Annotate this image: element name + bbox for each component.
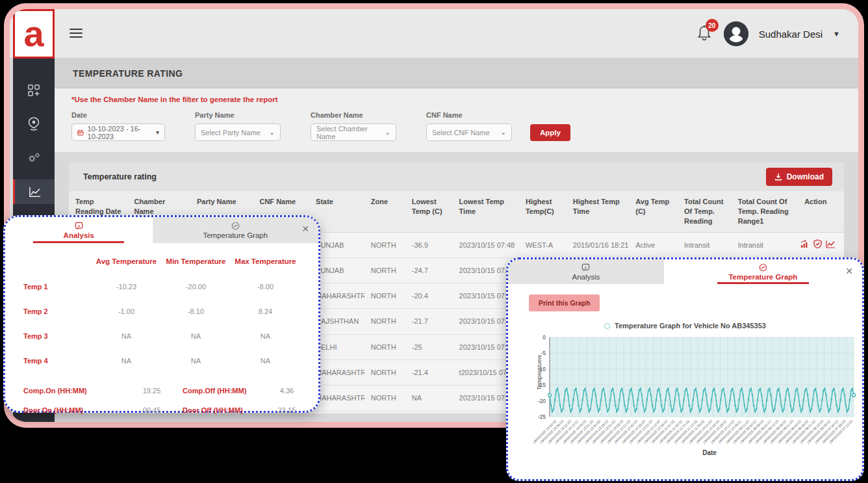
- analysis-value: -1.00: [92, 299, 161, 324]
- table-cell: -21.7: [405, 309, 453, 333]
- chevron-down-icon: ▾: [151, 129, 159, 136]
- print-graph-button[interactable]: Print this Graph: [529, 294, 600, 311]
- download-button[interactable]: Download: [766, 168, 832, 186]
- stat-value: 00.45: [121, 400, 183, 420]
- column-header: Zone: [364, 191, 405, 232]
- column-header: Highest Temp Time: [567, 191, 629, 232]
- bar-chart-icon[interactable]: [800, 239, 810, 251]
- table-cell: NORTH: [364, 233, 405, 257]
- tab-temperature-graph[interactable]: Temperature Graph: [664, 259, 862, 284]
- analysis-value: NA: [231, 324, 300, 348]
- tab-temperature-graph[interactable]: Temperature Graph: [153, 217, 318, 243]
- graph-link-icon: [759, 263, 767, 272]
- column-header: Total Count Of Temp. Reading Range1: [732, 191, 798, 232]
- table-cell: NORTH: [364, 335, 405, 359]
- avatar[interactable]: [724, 21, 748, 46]
- table-cell: NORTH: [364, 385, 405, 410]
- stat-label: Door Off (HH:MM): [183, 400, 274, 420]
- cnf-label: CNF Name: [426, 111, 512, 119]
- date-range-picker[interactable]: 10-10-2023 - 16-10-2023 ▾: [71, 124, 165, 141]
- card-title: Temperature rating: [83, 172, 157, 181]
- page-title: TEMPERATURE RATING: [55, 59, 858, 88]
- temperature-chart: Temperatuew Date 0-5-10-15-20-2519/06/20…: [508, 333, 862, 461]
- column-header: Total Count Of Temp. Reading: [678, 191, 732, 232]
- stat-value: 23.15: [274, 400, 300, 420]
- column-header: Highest Temp(C): [519, 191, 567, 232]
- stat-label: Door On (HH:MM): [23, 400, 121, 420]
- table-cell: -36.9: [405, 233, 453, 257]
- download-icon: [774, 173, 782, 181]
- x-axis-title: Date: [670, 449, 748, 456]
- party-label: Party Name: [195, 111, 281, 119]
- date-range-value: 10-10-2023 - 16-10-2023: [88, 125, 151, 140]
- close-icon[interactable]: ✕: [845, 266, 853, 276]
- legend-label: Temperature Graph for Vehicle No AB34535…: [615, 322, 766, 330]
- sidebar-item-location[interactable]: [13, 112, 55, 137]
- filter-note: *Use the Chamber Name in the filter to g…: [71, 96, 858, 103]
- table-cell: NORTH: [364, 360, 405, 385]
- reports-chart-icon: [29, 186, 42, 198]
- stat-value: 19.25: [121, 381, 183, 400]
- tab-analysis[interactable]: Analysis: [508, 259, 664, 284]
- action-cell: [798, 233, 844, 257]
- temperature-graph-panel: Analysis Temperature Graph ✕ Print this …: [506, 257, 864, 481]
- table-cell: WEST-A: [519, 233, 567, 257]
- analysis-value: 8.24: [231, 299, 300, 324]
- sidebar-item-settings[interactable]: [13, 146, 55, 170]
- tab-analysis[interactable]: Analysis: [5, 217, 153, 243]
- column-header: Avg Temp (C): [629, 191, 678, 232]
- dashboard-icon: [27, 84, 40, 97]
- analysis-value: NA: [92, 348, 161, 373]
- table-cell: NORTH: [364, 283, 405, 308]
- chamber-placeholder: Select Chamber Name: [316, 125, 380, 140]
- analysis-row-label: Temp 2: [23, 299, 92, 324]
- shield-check-icon[interactable]: [813, 239, 822, 251]
- location-icon: [28, 117, 40, 131]
- column-header: Lowest Temp Time: [453, 191, 519, 232]
- cnf-name-select[interactable]: Select CNF Name ⌄: [426, 124, 512, 141]
- analysis-value: NA: [161, 348, 231, 373]
- table-cell: Intransit: [732, 233, 798, 257]
- analysis-row-label: Temp 4: [23, 348, 92, 373]
- table-cell: 2023/10/15 07:48: [453, 233, 519, 257]
- analysis-value: -20.00: [161, 274, 231, 299]
- table-cell: -21.4: [405, 360, 453, 385]
- analysis-value: NA: [92, 324, 161, 348]
- apply-button[interactable]: Apply: [530, 124, 570, 141]
- analysis-value: NA: [161, 324, 231, 348]
- y-tick-label: -25: [524, 413, 546, 420]
- hamburger-icon[interactable]: [70, 29, 83, 39]
- y-tick-label: -20: [524, 398, 546, 404]
- y-tick-label: -15: [524, 382, 546, 388]
- user-name: Sudhakar Desi: [759, 29, 823, 40]
- calendar-icon: [77, 129, 84, 137]
- chevron-down-icon[interactable]: ▼: [833, 30, 840, 38]
- sidebar-item-dashboard[interactable]: [13, 78, 55, 103]
- app-logo[interactable]: a: [13, 9, 55, 59]
- party-name-select[interactable]: Select Party Name ⌄: [195, 124, 281, 141]
- chart-plot-area: [550, 337, 854, 418]
- sidebar-item-reports[interactable]: [13, 179, 55, 204]
- analysis-column-header: Max Temperature: [231, 252, 300, 274]
- table-cell: NORTH: [364, 258, 405, 283]
- analysis-value: NA: [231, 348, 300, 373]
- line-chart-icon[interactable]: [826, 239, 836, 251]
- settings-icon: [27, 151, 41, 164]
- top-bar: 20 Sudhakar Desi ▼: [10, 9, 858, 59]
- analysis-column-header: Avg Temperature: [92, 252, 161, 274]
- filter-section: *Use the Chamber Name in the filter to g…: [55, 88, 858, 152]
- legend-marker-icon: [604, 323, 610, 329]
- table-cell: NA: [405, 385, 453, 410]
- table-cell: -20.4: [405, 283, 453, 308]
- bell-icon[interactable]: 20: [696, 24, 713, 44]
- chamber-name-select[interactable]: Select Chamber Name ⌄: [311, 124, 396, 141]
- close-icon[interactable]: ✕: [301, 224, 309, 234]
- chamber-label: Chamber Name: [311, 111, 396, 119]
- table-cell: 2015/01/16 18:21: [567, 233, 629, 257]
- table-cell: NORTH: [364, 309, 405, 333]
- column-header: Action: [798, 191, 844, 232]
- cnf-placeholder: Select CNF Name: [432, 129, 490, 137]
- analysis-panel: Analysis Temperature Graph ✕ Avg Tempera…: [3, 215, 320, 413]
- date-label: Date: [71, 111, 165, 119]
- chevron-down-icon: ⌄: [496, 129, 506, 136]
